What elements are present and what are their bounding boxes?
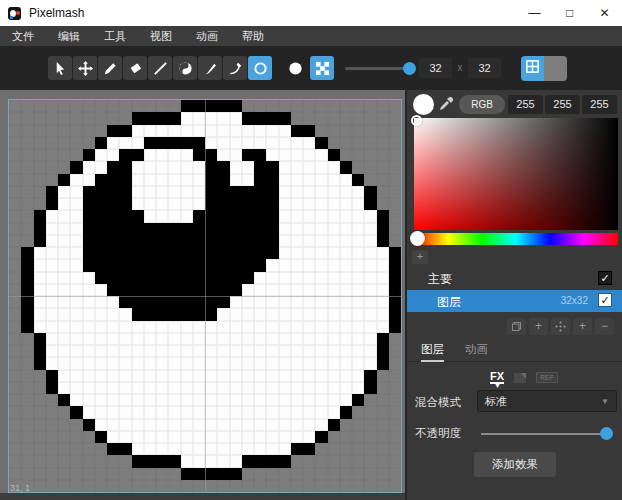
canvas-cell[interactable] (9, 406, 21, 418)
canvas-cell[interactable] (303, 370, 315, 382)
canvas-cell[interactable] (230, 137, 242, 149)
canvas-cell[interactable] (266, 321, 278, 333)
canvas-cell[interactable] (156, 308, 168, 320)
canvas-cell[interactable] (144, 149, 156, 161)
canvas-cell[interactable] (119, 198, 131, 210)
canvas-cell[interactable] (107, 210, 119, 222)
canvas-cell[interactable] (217, 137, 229, 149)
canvas-cell[interactable] (156, 357, 168, 369)
canvas-cell[interactable] (34, 272, 46, 284)
canvas-cell[interactable] (254, 247, 266, 259)
canvas-cell[interactable] (315, 223, 327, 235)
canvas-cell[interactable] (9, 382, 21, 394)
canvas-cell[interactable] (83, 308, 95, 320)
canvas-cell[interactable] (9, 161, 21, 173)
canvas-cell[interactable] (377, 382, 389, 394)
canvas-cell[interactable] (340, 394, 352, 406)
canvas-cell[interactable] (193, 333, 205, 345)
canvas-cell[interactable] (315, 321, 327, 333)
canvas-cell[interactable] (95, 468, 107, 480)
canvas-cell[interactable] (193, 259, 205, 271)
canvas-cell[interactable] (389, 357, 401, 369)
canvas-cell[interactable] (46, 100, 58, 112)
canvas-cell[interactable] (132, 223, 144, 235)
canvas-cell[interactable] (303, 394, 315, 406)
canvas-cell[interactable] (352, 370, 364, 382)
canvas-cell[interactable] (144, 394, 156, 406)
canvas-cell[interactable] (364, 125, 376, 137)
canvas-cell[interactable] (70, 174, 82, 186)
canvas-cell[interactable] (315, 406, 327, 418)
canvas-cell[interactable] (181, 259, 193, 271)
canvas-cell[interactable] (389, 321, 401, 333)
canvas-cell[interactable] (279, 431, 291, 443)
canvas-cell[interactable] (389, 272, 401, 284)
canvas-cell[interactable] (364, 370, 376, 382)
canvas-cell[interactable] (46, 468, 58, 480)
canvas-cell[interactable] (83, 345, 95, 357)
canvas-cell[interactable] (58, 149, 70, 161)
canvas-cell[interactable] (389, 382, 401, 394)
canvas-cell[interactable] (389, 431, 401, 443)
canvas-cell[interactable] (144, 247, 156, 259)
canvas-cell[interactable] (328, 419, 340, 431)
canvas-cell[interactable] (364, 308, 376, 320)
canvas-cell[interactable] (389, 345, 401, 357)
canvas-cell[interactable] (21, 468, 33, 480)
canvas-cell[interactable] (70, 468, 82, 480)
canvas-cell[interactable] (181, 149, 193, 161)
canvas-cell[interactable] (328, 112, 340, 124)
canvas-cell[interactable] (315, 455, 327, 467)
canvas-cell[interactable] (132, 394, 144, 406)
canvas-cell[interactable] (352, 419, 364, 431)
canvas-cell[interactable] (291, 296, 303, 308)
canvas-cell[interactable] (34, 357, 46, 369)
canvas-cell[interactable] (352, 125, 364, 137)
canvas-cell[interactable] (205, 455, 217, 467)
canvas-cell[interactable] (217, 480, 229, 492)
canvas-cell[interactable] (168, 455, 180, 467)
canvas-cell[interactable] (291, 161, 303, 173)
minimize-button[interactable]: — (517, 6, 552, 20)
canvas-cell[interactable] (181, 223, 193, 235)
canvas-cell[interactable] (230, 443, 242, 455)
canvas-cell[interactable] (46, 370, 58, 382)
canvas-cell[interactable] (58, 431, 70, 443)
canvas-cell[interactable] (303, 272, 315, 284)
canvas-cell[interactable] (340, 308, 352, 320)
canvas-cell[interactable] (107, 259, 119, 271)
canvas-cell[interactable] (254, 443, 266, 455)
canvas-cell[interactable] (46, 431, 58, 443)
menu-edit[interactable]: 编辑 (46, 26, 92, 46)
canvas-cell[interactable] (58, 272, 70, 284)
canvas-cell[interactable] (168, 247, 180, 259)
canvas-cell[interactable] (328, 345, 340, 357)
canvas-cell[interactable] (377, 161, 389, 173)
move-tool-button[interactable] (73, 56, 97, 80)
canvas-cell[interactable] (279, 357, 291, 369)
canvas-cell[interactable] (230, 333, 242, 345)
canvas-cell[interactable] (205, 321, 217, 333)
canvas-cell[interactable] (328, 125, 340, 137)
canvas-cell[interactable] (70, 406, 82, 418)
canvas-cell[interactable] (389, 161, 401, 173)
canvas-cell[interactable] (132, 333, 144, 345)
canvas-cell[interactable] (328, 321, 340, 333)
canvas-cell[interactable] (303, 223, 315, 235)
canvas-cell[interactable] (34, 345, 46, 357)
pixel-canvas[interactable] (8, 99, 402, 493)
canvas-cell[interactable] (144, 321, 156, 333)
canvas-cell[interactable] (119, 137, 131, 149)
canvas-cell[interactable] (156, 247, 168, 259)
canvas-cell[interactable] (328, 308, 340, 320)
canvas-cell[interactable] (144, 406, 156, 418)
canvas-cell[interactable] (377, 149, 389, 161)
canvas-cell[interactable] (156, 223, 168, 235)
canvas-cell[interactable] (70, 443, 82, 455)
canvas-cell[interactable] (266, 210, 278, 222)
canvas-cell[interactable] (266, 259, 278, 271)
canvas-cell[interactable] (217, 223, 229, 235)
canvas-cell[interactable] (34, 443, 46, 455)
canvas-cell[interactable] (303, 431, 315, 443)
fill-tool-button[interactable] (173, 56, 197, 80)
